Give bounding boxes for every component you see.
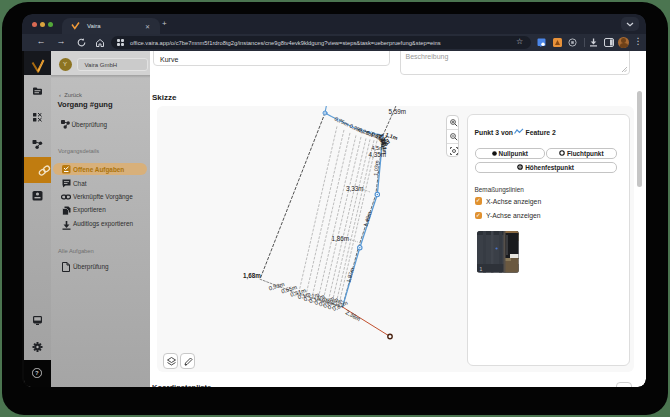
svg-text:1: 1 xyxy=(480,266,483,272)
svg-text:1,68m: 1,68m xyxy=(243,272,261,280)
svg-text:5,59m: 5,59m xyxy=(388,108,406,115)
svg-text:4,35m: 4,35m xyxy=(368,151,386,158)
svg-text:1,87m: 1,87m xyxy=(345,267,355,284)
svg-text:0,75m: 0,75m xyxy=(333,116,350,128)
svg-text:1,48m: 1,48m xyxy=(362,211,373,228)
svg-text:2,36m: 2,36m xyxy=(344,309,361,322)
svg-text:3,33m: 3,33m xyxy=(346,185,364,192)
svg-text:1,86m: 1,86m xyxy=(331,235,349,242)
